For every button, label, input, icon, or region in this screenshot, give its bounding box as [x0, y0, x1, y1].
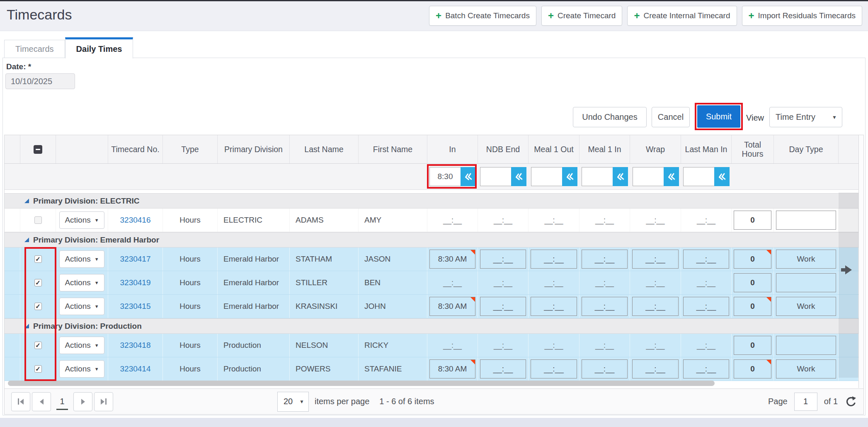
- bulk-in-input[interactable]: [429, 167, 461, 186]
- meal1-in-time-box[interactable]: __:__: [582, 250, 628, 269]
- day-type-box[interactable]: [776, 273, 836, 292]
- collapse-group-icon[interactable]: [24, 238, 29, 242]
- cancel-button[interactable]: Cancel: [652, 107, 690, 127]
- date-input[interactable]: [5, 73, 75, 89]
- last-man-in-time-value[interactable]: __:__: [697, 279, 715, 287]
- last-man-in-time-box[interactable]: __:__: [683, 250, 729, 269]
- in-time-value[interactable]: __:__: [443, 216, 462, 225]
- timecard-no-link[interactable]: 3230418: [120, 341, 151, 350]
- page-number-input[interactable]: [794, 393, 817, 411]
- meal1-out-time-value[interactable]: __:__: [544, 216, 563, 225]
- in-time-value[interactable]: __:__: [443, 341, 462, 350]
- ndb-end-time-box[interactable]: __:__: [480, 250, 526, 269]
- timecard-no-link[interactable]: 3230416: [120, 216, 151, 225]
- last-man-in-time-box[interactable]: __:__: [683, 359, 729, 378]
- timecard-no-link[interactable]: 3230415: [120, 302, 151, 311]
- ndb-end-time-value[interactable]: __:__: [494, 341, 512, 350]
- meal1-in-time-box[interactable]: __:__: [582, 297, 628, 316]
- wrap-time-box[interactable]: __:__: [632, 359, 679, 378]
- day-type-box[interactable]: Work: [776, 297, 836, 316]
- wrap-time-box[interactable]: __:__: [632, 250, 679, 269]
- bulk-ndb-end-input[interactable]: [480, 167, 511, 186]
- view-dropdown[interactable]: Time Entry ▼: [769, 107, 842, 127]
- pager-prev-button[interactable]: [32, 392, 51, 411]
- actions-dropdown-button[interactable]: Actions▼: [59, 360, 104, 378]
- meal1-out-time-box[interactable]: __:__: [531, 297, 577, 316]
- horizontal-scrollbar-thumb[interactable]: [8, 381, 715, 386]
- select-all-checkbox[interactable]: [34, 145, 42, 154]
- total-hours-box[interactable]: 0: [734, 359, 771, 378]
- ndb-end-time-box[interactable]: __:__: [480, 359, 526, 378]
- meal1-in-time-value[interactable]: __:__: [595, 341, 614, 350]
- row-checkbox[interactable]: ✓: [34, 342, 42, 349]
- bulk-wrap-input[interactable]: [633, 167, 664, 186]
- timecard-no-link[interactable]: 3230419: [120, 278, 151, 287]
- collapse-group-icon[interactable]: [24, 199, 29, 203]
- ndb-end-time-value[interactable]: __:__: [494, 216, 512, 225]
- meal1-in-time-value[interactable]: __:__: [595, 216, 614, 225]
- total-hours-box[interactable]: 0: [734, 250, 771, 269]
- apply-to-all-button-in[interactable]: [461, 167, 476, 186]
- day-type-box[interactable]: [776, 336, 836, 355]
- timecard-no-link[interactable]: 3230414: [120, 364, 151, 374]
- bulk-last-man-in-input[interactable]: [683, 167, 714, 186]
- tab-daily-times[interactable]: Daily Times: [65, 37, 133, 58]
- apply-to-all-button-last-man-in[interactable]: [714, 167, 730, 186]
- in-time-box[interactable]: 8:30 AM: [429, 250, 475, 269]
- total-hours-box[interactable]: 0: [734, 336, 771, 355]
- row-checkbox[interactable]: [34, 216, 42, 224]
- header-button-batch-create-timecards[interactable]: +Batch Create Timecards: [429, 6, 536, 26]
- in-time-box[interactable]: 8:30 AM: [429, 359, 475, 378]
- meal1-in-time-box[interactable]: __:__: [582, 359, 628, 378]
- refresh-icon[interactable]: [844, 395, 857, 408]
- apply-to-all-button-meal1-out[interactable]: [562, 167, 577, 186]
- timecard-no-link[interactable]: 3230417: [120, 255, 151, 264]
- submit-button[interactable]: Submit: [697, 105, 740, 128]
- meal1-out-time-value[interactable]: __:__: [544, 279, 563, 287]
- pager-first-button[interactable]: [11, 392, 30, 411]
- apply-to-all-button-ndb-end[interactable]: [511, 167, 526, 186]
- ndb-end-time-value[interactable]: __:__: [494, 279, 512, 287]
- actions-dropdown-button[interactable]: Actions▼: [59, 298, 104, 315]
- meal1-out-time-box[interactable]: __:__: [531, 250, 577, 269]
- header-button-create-internal-timecard[interactable]: +Create Internal Timecard: [627, 6, 737, 26]
- wrap-time-value[interactable]: __:__: [646, 279, 664, 287]
- pager-current-page[interactable]: 1: [53, 392, 72, 411]
- actions-dropdown-button[interactable]: Actions▼: [59, 274, 104, 291]
- collapse-group-icon[interactable]: [24, 324, 29, 328]
- day-type-box[interactable]: Work: [776, 250, 836, 269]
- bulk-meal1-in-input[interactable]: [582, 167, 613, 186]
- day-type-box[interactable]: [776, 211, 836, 230]
- ndb-end-time-box[interactable]: __:__: [480, 297, 526, 316]
- header-button-import-residuals-timecards[interactable]: +Import Residuals Timecards: [742, 6, 862, 26]
- scroll-right-arrow-icon[interactable]: [841, 265, 852, 274]
- wrap-time-value[interactable]: __:__: [646, 341, 664, 350]
- row-checkbox[interactable]: ✓: [34, 365, 42, 373]
- actions-dropdown-button[interactable]: Actions▼: [59, 250, 104, 268]
- wrap-time-box[interactable]: __:__: [632, 297, 679, 316]
- header-button-create-timecard[interactable]: +Create Timecard: [541, 6, 622, 26]
- total-hours-box[interactable]: 0: [734, 273, 771, 292]
- in-time-value[interactable]: __:__: [443, 279, 462, 287]
- last-man-in-time-value[interactable]: __:__: [697, 216, 715, 225]
- last-man-in-time-value[interactable]: __:__: [697, 341, 715, 350]
- apply-to-all-button-wrap[interactable]: [664, 167, 679, 186]
- last-man-in-time-box[interactable]: __:__: [683, 297, 729, 316]
- items-per-page-select[interactable]: 20 ▼: [277, 392, 309, 412]
- actions-dropdown-button[interactable]: Actions▼: [59, 337, 104, 354]
- row-checkbox[interactable]: ✓: [34, 255, 42, 263]
- wrap-time-value[interactable]: __:__: [646, 216, 664, 225]
- meal1-out-time-box[interactable]: __:__: [531, 359, 577, 378]
- pager-last-button[interactable]: [94, 392, 113, 411]
- pager-next-button[interactable]: [73, 392, 92, 411]
- row-checkbox[interactable]: ✓: [34, 279, 42, 286]
- meal1-out-time-value[interactable]: __:__: [544, 341, 563, 350]
- actions-dropdown-button[interactable]: Actions▼: [59, 211, 104, 229]
- day-type-box[interactable]: Work: [776, 359, 836, 378]
- vertical-scrollbar[interactable]: [858, 135, 863, 388]
- undo-changes-button[interactable]: Undo Changes: [573, 107, 647, 127]
- total-hours-box[interactable]: 0: [734, 297, 771, 316]
- row-checkbox[interactable]: ✓: [34, 303, 42, 310]
- in-time-box[interactable]: 8:30 AM: [429, 297, 475, 316]
- tab-timecards[interactable]: Timecards: [4, 40, 65, 58]
